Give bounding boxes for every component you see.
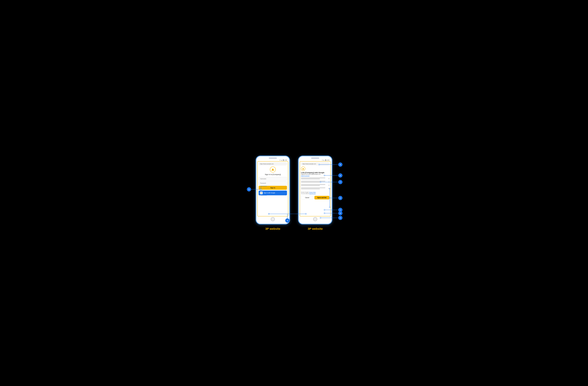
svg-point-26 — [338, 196, 342, 200]
chevron-icon-1[interactable]: ∨ — [328, 178, 329, 179]
wifi-icon: ▾ — [280, 159, 280, 161]
svg-point-22 — [338, 180, 342, 184]
company-logo2 — [301, 167, 305, 171]
perm-lines-4 — [301, 187, 328, 190]
triangle-icon2 — [302, 168, 304, 169]
change-account-link[interactable]: change account — [301, 175, 329, 177]
svg-point-14 — [338, 162, 342, 167]
phone2-address-bar: https://www.example.com — [301, 163, 329, 165]
signal-icon: ▲ — [281, 159, 282, 161]
perm-line — [301, 185, 320, 186]
phone1-label: 3P website — [265, 227, 280, 230]
phone2-time: 12:30 — [326, 159, 329, 161]
chevron-icon-4[interactable]: ∨ — [328, 188, 329, 189]
svg-text:2: 2 — [340, 197, 341, 199]
phone1-time: 12:30 — [284, 159, 287, 161]
cancel-button[interactable]: Cancel — [301, 196, 313, 199]
svg-text:A: A — [340, 175, 341, 177]
unlink-link[interactable]: example.com — [309, 193, 316, 194]
perm-lines-3 — [301, 184, 328, 186]
perm-line — [301, 182, 320, 182]
perm-line — [301, 179, 320, 179]
google-signin-label: Sign in with Google — [264, 192, 275, 194]
privacy-policy-link[interactable]: Privacy Policy — [309, 192, 316, 193]
perm-line — [301, 187, 325, 188]
privacy-text: Review Google's Privacy Policy — [301, 192, 329, 193]
phone1-screen: https://www.example.com Sign in to [Comp… — [257, 161, 288, 216]
perm-lines-1 — [301, 178, 328, 180]
phone2-label: 3P website — [308, 227, 323, 230]
svg-text:3: 3 — [340, 217, 341, 219]
perm-line — [301, 181, 325, 182]
google-g-letter: G — [261, 192, 262, 194]
google-signin-button[interactable]: G Sign in with Google — [259, 191, 287, 195]
phone2-home-button[interactable] — [313, 217, 317, 221]
phone2-notch — [311, 158, 319, 159]
perm-line — [301, 189, 320, 189]
company-logo — [270, 167, 276, 172]
phone2-screen: https://www.example.com Link [Company] w… — [300, 161, 331, 216]
sign-in-button[interactable]: Sign In — [259, 186, 287, 190]
phone1-section: ▾ ▲ ▐ 12:30 https://www.example.com Sign… — [256, 156, 290, 230]
chevron-icon-3[interactable]: ∨ — [328, 184, 329, 186]
action-buttons: Cancel Agree and link — [301, 196, 329, 199]
svg-point-18 — [338, 173, 342, 178]
link-header — [301, 167, 329, 171]
permission-item-3: ∨ — [301, 184, 329, 187]
svg-text:8: 8 — [340, 164, 341, 166]
permission-item-4: ∨ — [301, 187, 329, 190]
phone1-status-bar: ▾ ▲ ▐ 12:30 — [257, 159, 288, 161]
battery-icon: ▐ — [283, 159, 283, 161]
svg-text:1: 1 — [340, 209, 341, 211]
svg-text:7: 7 — [340, 181, 341, 183]
triangle-icon — [272, 168, 274, 171]
permission-item-2: ∨ — [301, 181, 329, 183]
phone2-status-bar: ▾ ▲ ▐ 12:30 — [300, 159, 331, 161]
perm-line — [301, 178, 325, 178]
company-logo-wrap — [259, 167, 287, 172]
phone2-section: ▾ ▲ ▐ 12:30 https://www.example.com Link… — [298, 156, 332, 230]
phone1-home-button[interactable] — [271, 217, 275, 221]
username-field[interactable] — [259, 177, 287, 181]
permission-item-1: ∨ — [301, 178, 329, 180]
svg-point-41 — [338, 216, 342, 220]
perm-lines-2 — [301, 181, 328, 183]
svg-point-0 — [247, 187, 251, 191]
sign-in-title: Sign in to [Company] — [259, 173, 287, 175]
password-field[interactable] — [259, 182, 287, 185]
link-title: Link [Company] with Google — [301, 172, 329, 174]
google-g-icon: G — [260, 192, 263, 194]
signal-icon2: ▲ — [323, 159, 324, 161]
phone2-shell: ▾ ▲ ▐ 12:30 https://www.example.com Link… — [298, 156, 332, 225]
svg-point-33 — [338, 208, 342, 212]
wifi-icon2: ▾ — [322, 159, 323, 161]
phone1-address-bar: https://www.example.com — [259, 163, 287, 165]
agree-button[interactable]: Agree and link — [315, 196, 329, 199]
svg-point-37 — [338, 211, 342, 215]
svg-text:6: 6 — [340, 212, 341, 214]
phone1-shell: ▾ ▲ ▐ 12:30 https://www.example.com Sign… — [256, 156, 290, 225]
battery-icon2: ▐ — [325, 159, 326, 161]
chevron-icon-2[interactable]: ∨ — [328, 181, 329, 182]
signed-in-text: Signed in as user123@example.com — [301, 174, 329, 175]
unlink-text: You can unlink at example.com — [301, 193, 329, 194]
svg-text:5: 5 — [249, 188, 249, 190]
phone1-notch — [269, 158, 277, 159]
perm-line — [301, 184, 325, 185]
